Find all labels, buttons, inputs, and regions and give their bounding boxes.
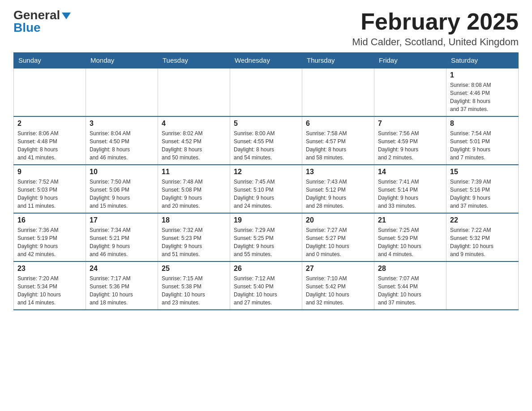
calendar-cell: 6Sunrise: 7:58 AM Sunset: 4:57 PM Daylig… xyxy=(302,116,374,165)
day-number: 14 xyxy=(378,168,442,176)
calendar-cell xyxy=(86,68,158,116)
day-info: Sunrise: 7:58 AM Sunset: 4:57 PM Dayligh… xyxy=(306,129,370,162)
page-header: General Blue February 2025 Mid Calder, S… xyxy=(13,9,519,48)
day-info: Sunrise: 7:10 AM Sunset: 5:42 PM Dayligh… xyxy=(306,274,370,307)
calendar-week-row: 23Sunrise: 7:20 AM Sunset: 5:34 PM Dayli… xyxy=(14,261,519,310)
calendar-table: SundayMondayTuesdayWednesdayThursdayFrid… xyxy=(13,52,519,310)
calendar-cell xyxy=(14,68,86,116)
day-number: 27 xyxy=(306,265,370,273)
calendar-cell: 15Sunrise: 7:39 AM Sunset: 5:16 PM Dayli… xyxy=(446,165,519,213)
day-number: 16 xyxy=(17,216,82,224)
calendar-cell: 14Sunrise: 7:41 AM Sunset: 5:14 PM Dayli… xyxy=(374,165,446,213)
day-info: Sunrise: 7:17 AM Sunset: 5:36 PM Dayligh… xyxy=(90,274,154,307)
day-number: 4 xyxy=(162,120,226,128)
logo: General Blue xyxy=(13,9,71,34)
calendar-cell: 23Sunrise: 7:20 AM Sunset: 5:34 PM Dayli… xyxy=(14,261,86,310)
logo-triangle-icon xyxy=(62,13,71,19)
day-info: Sunrise: 7:45 AM Sunset: 5:10 PM Dayligh… xyxy=(234,178,298,210)
day-of-week-header: Monday xyxy=(86,53,158,68)
day-number: 21 xyxy=(378,216,442,224)
day-info: Sunrise: 7:41 AM Sunset: 5:14 PM Dayligh… xyxy=(378,178,442,210)
calendar-cell: 7Sunrise: 7:56 AM Sunset: 4:59 PM Daylig… xyxy=(374,116,446,165)
calendar-cell: 1Sunrise: 8:08 AM Sunset: 4:46 PM Daylig… xyxy=(446,68,519,116)
calendar-week-row: 16Sunrise: 7:36 AM Sunset: 5:19 PM Dayli… xyxy=(14,213,519,261)
calendar-cell: 17Sunrise: 7:34 AM Sunset: 5:21 PM Dayli… xyxy=(86,213,158,261)
calendar-cell: 13Sunrise: 7:43 AM Sunset: 5:12 PM Dayli… xyxy=(302,165,374,213)
calendar-cell: 16Sunrise: 7:36 AM Sunset: 5:19 PM Dayli… xyxy=(14,213,86,261)
calendar-cell: 11Sunrise: 7:48 AM Sunset: 5:08 PM Dayli… xyxy=(158,165,230,213)
day-number: 19 xyxy=(234,216,298,224)
day-number: 20 xyxy=(306,216,370,224)
day-number: 26 xyxy=(234,265,298,273)
calendar-cell: 8Sunrise: 7:54 AM Sunset: 5:01 PM Daylig… xyxy=(446,116,519,165)
month-title: February 2025 xyxy=(352,9,519,34)
day-info: Sunrise: 7:56 AM Sunset: 4:59 PM Dayligh… xyxy=(378,129,442,162)
day-number: 22 xyxy=(450,216,515,224)
day-info: Sunrise: 8:08 AM Sunset: 4:46 PM Dayligh… xyxy=(450,81,515,113)
calendar-cell: 5Sunrise: 8:00 AM Sunset: 4:55 PM Daylig… xyxy=(230,116,302,165)
day-of-week-header: Wednesday xyxy=(230,53,302,68)
day-of-week-header: Thursday xyxy=(302,53,374,68)
day-number: 18 xyxy=(162,216,226,224)
calendar-cell: 22Sunrise: 7:22 AM Sunset: 5:32 PM Dayli… xyxy=(446,213,519,261)
calendar-cell: 4Sunrise: 8:02 AM Sunset: 4:52 PM Daylig… xyxy=(158,116,230,165)
calendar-cell: 25Sunrise: 7:15 AM Sunset: 5:38 PM Dayli… xyxy=(158,261,230,310)
calendar-cell: 21Sunrise: 7:25 AM Sunset: 5:29 PM Dayli… xyxy=(374,213,446,261)
logo-general-text: General xyxy=(13,9,60,21)
day-info: Sunrise: 7:52 AM Sunset: 5:03 PM Dayligh… xyxy=(17,178,82,210)
day-info: Sunrise: 7:15 AM Sunset: 5:38 PM Dayligh… xyxy=(162,274,226,307)
day-info: Sunrise: 7:48 AM Sunset: 5:08 PM Dayligh… xyxy=(162,178,226,210)
day-info: Sunrise: 8:06 AM Sunset: 4:48 PM Dayligh… xyxy=(17,129,82,162)
day-of-week-header: Friday xyxy=(374,53,446,68)
day-info: Sunrise: 8:04 AM Sunset: 4:50 PM Dayligh… xyxy=(90,129,154,162)
calendar-cell: 3Sunrise: 8:04 AM Sunset: 4:50 PM Daylig… xyxy=(86,116,158,165)
day-info: Sunrise: 8:00 AM Sunset: 4:55 PM Dayligh… xyxy=(234,129,298,162)
calendar-week-row: 2Sunrise: 8:06 AM Sunset: 4:48 PM Daylig… xyxy=(14,116,519,165)
calendar-cell xyxy=(374,68,446,116)
location-title: Mid Calder, Scotland, United Kingdom xyxy=(352,36,519,48)
day-number: 12 xyxy=(234,168,298,176)
calendar-cell: 19Sunrise: 7:29 AM Sunset: 5:25 PM Dayli… xyxy=(230,213,302,261)
day-number: 2 xyxy=(17,120,82,128)
day-number: 9 xyxy=(17,168,82,176)
calendar-header-row: SundayMondayTuesdayWednesdayThursdayFrid… xyxy=(14,53,519,68)
calendar-cell xyxy=(158,68,230,116)
calendar-cell: 2Sunrise: 8:06 AM Sunset: 4:48 PM Daylig… xyxy=(14,116,86,165)
day-number: 10 xyxy=(90,168,154,176)
day-number: 5 xyxy=(234,120,298,128)
day-number: 13 xyxy=(306,168,370,176)
calendar-cell xyxy=(230,68,302,116)
day-info: Sunrise: 7:29 AM Sunset: 5:25 PM Dayligh… xyxy=(234,226,298,258)
calendar-week-row: 9Sunrise: 7:52 AM Sunset: 5:03 PM Daylig… xyxy=(14,165,519,213)
calendar-cell: 20Sunrise: 7:27 AM Sunset: 5:27 PM Dayli… xyxy=(302,213,374,261)
calendar-week-row: 1Sunrise: 8:08 AM Sunset: 4:46 PM Daylig… xyxy=(14,68,519,116)
day-number: 7 xyxy=(378,120,442,128)
day-number: 1 xyxy=(450,71,515,79)
logo-blue-text: Blue xyxy=(13,21,71,34)
calendar-cell: 12Sunrise: 7:45 AM Sunset: 5:10 PM Dayli… xyxy=(230,165,302,213)
title-section: February 2025 Mid Calder, Scotland, Unit… xyxy=(352,9,519,48)
day-of-week-header: Sunday xyxy=(14,53,86,68)
day-info: Sunrise: 7:50 AM Sunset: 5:06 PM Dayligh… xyxy=(90,178,154,210)
day-number: 6 xyxy=(306,120,370,128)
day-info: Sunrise: 7:22 AM Sunset: 5:32 PM Dayligh… xyxy=(450,226,515,258)
day-info: Sunrise: 7:25 AM Sunset: 5:29 PM Dayligh… xyxy=(378,226,442,258)
calendar-cell: 27Sunrise: 7:10 AM Sunset: 5:42 PM Dayli… xyxy=(302,261,374,310)
day-info: Sunrise: 7:43 AM Sunset: 5:12 PM Dayligh… xyxy=(306,178,370,210)
calendar-cell: 26Sunrise: 7:12 AM Sunset: 5:40 PM Dayli… xyxy=(230,261,302,310)
day-number: 11 xyxy=(162,168,226,176)
day-number: 23 xyxy=(17,265,82,273)
day-number: 25 xyxy=(162,265,226,273)
calendar-cell: 24Sunrise: 7:17 AM Sunset: 5:36 PM Dayli… xyxy=(86,261,158,310)
calendar-cell: 28Sunrise: 7:07 AM Sunset: 5:44 PM Dayli… xyxy=(374,261,446,310)
day-info: Sunrise: 7:27 AM Sunset: 5:27 PM Dayligh… xyxy=(306,226,370,258)
day-of-week-header: Tuesday xyxy=(158,53,230,68)
day-info: Sunrise: 7:34 AM Sunset: 5:21 PM Dayligh… xyxy=(90,226,154,258)
day-info: Sunrise: 8:02 AM Sunset: 4:52 PM Dayligh… xyxy=(162,129,226,162)
calendar-cell xyxy=(446,261,519,310)
calendar-cell: 10Sunrise: 7:50 AM Sunset: 5:06 PM Dayli… xyxy=(86,165,158,213)
day-number: 24 xyxy=(90,265,154,273)
day-info: Sunrise: 7:36 AM Sunset: 5:19 PM Dayligh… xyxy=(17,226,82,258)
day-number: 3 xyxy=(90,120,154,128)
day-number: 17 xyxy=(90,216,154,224)
